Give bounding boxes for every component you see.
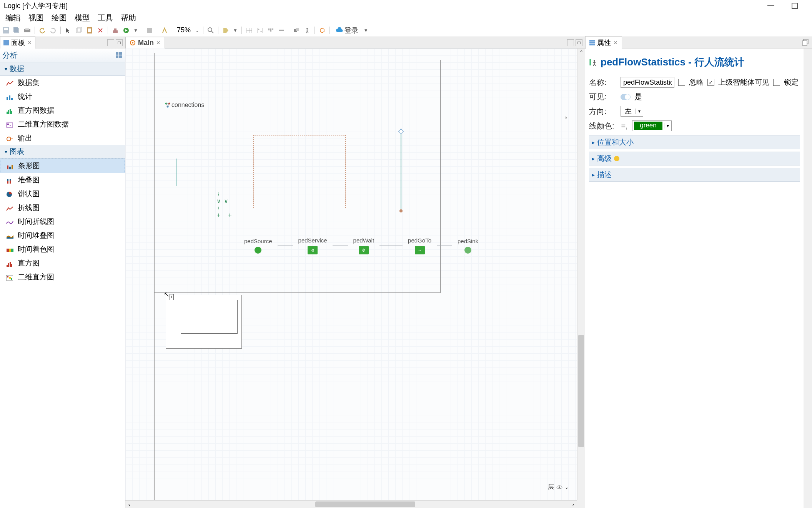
restore-panel-button[interactable] bbox=[802, 39, 810, 47]
build-icon[interactable] bbox=[111, 26, 120, 35]
undo-icon[interactable] bbox=[38, 26, 47, 35]
highlight-icon[interactable] bbox=[160, 26, 169, 35]
visible-to-parent-checkbox[interactable] bbox=[707, 79, 714, 86]
palette-item-histogram[interactable]: 直方图 bbox=[0, 256, 125, 270]
palette-tab[interactable]: 面板 ✕ bbox=[0, 36, 35, 49]
run-icon[interactable] bbox=[122, 26, 130, 35]
ignore-checkbox[interactable] bbox=[678, 79, 685, 86]
pointer-icon[interactable] bbox=[64, 26, 72, 35]
visible-to-parent-label: 上级智能体可见 bbox=[718, 77, 769, 87]
front-icon[interactable] bbox=[292, 26, 301, 35]
stop-icon[interactable] bbox=[145, 26, 154, 35]
palette-item-time-color[interactable]: 时间着色图 bbox=[0, 242, 125, 256]
palette-item-line-chart[interactable]: 折线图 bbox=[0, 201, 125, 215]
properties-scrollbar[interactable] bbox=[804, 48, 812, 508]
service-markup[interactable]: ⸽ ⸽ ∨ ∨ ⸽ ⸽ + + bbox=[217, 191, 232, 219]
static-value-icon[interactable]: =, bbox=[621, 122, 628, 130]
target-line-1[interactable] bbox=[176, 159, 176, 186]
maximize-editor-button[interactable]: □ bbox=[576, 39, 582, 46]
editor-canvas[interactable]: connections ⸽ ⸽ ∨ ∨ ⸽ ⸽ + + pedSource pe… bbox=[125, 48, 577, 500]
tag-dropdown-icon[interactable]: ▼ bbox=[232, 28, 238, 33]
palette-item-statistics[interactable]: 统计 bbox=[0, 90, 125, 104]
print-icon[interactable] bbox=[23, 26, 32, 35]
palette-menu-icon[interactable] bbox=[116, 52, 123, 59]
palette-item-stack-chart[interactable]: 堆叠图 bbox=[0, 173, 125, 187]
palette-item-output[interactable]: 输出 bbox=[0, 131, 125, 145]
menu-tools[interactable]: 工具 bbox=[94, 11, 117, 25]
block-pedservice[interactable]: pedService ⚙ bbox=[298, 237, 327, 254]
window-minimize-button[interactable] bbox=[765, 2, 777, 10]
search-icon[interactable] bbox=[206, 26, 215, 35]
save-icon[interactable] bbox=[2, 26, 10, 35]
run-dropdown-icon[interactable]: ▼ bbox=[133, 28, 139, 33]
block-pedwait[interactable]: pedWait ⏱ bbox=[353, 237, 374, 254]
editor-horizontal-scrollbar[interactable]: ‹› bbox=[125, 500, 577, 508]
layer-indicator[interactable]: 层 ⌄ bbox=[548, 483, 569, 491]
login-dropdown-icon[interactable]: ▼ bbox=[363, 28, 369, 33]
properties-tab[interactable]: 属性 ✕ bbox=[585, 36, 622, 49]
palette-item-pie-chart[interactable]: 饼状图 bbox=[0, 187, 125, 201]
editor-vertical-scrollbar[interactable]: ⌃ bbox=[577, 48, 585, 500]
block-pedgoto[interactable]: pedGoTo → bbox=[408, 237, 431, 254]
palette-item-hist2d-data[interactable]: 二维直方图数据 bbox=[0, 117, 125, 131]
align-vertical-icon[interactable] bbox=[277, 26, 286, 35]
palette-group-charts[interactable]: ▾图表 bbox=[0, 145, 125, 159]
snap-icon[interactable] bbox=[256, 26, 264, 35]
palette-header[interactable]: 分析 bbox=[0, 48, 125, 62]
block-pedsource[interactable]: pedSource bbox=[244, 238, 272, 254]
close-icon[interactable]: ✕ bbox=[27, 40, 32, 46]
menu-view[interactable]: 视图 bbox=[25, 11, 48, 25]
menu-model[interactable]: 模型 bbox=[71, 11, 94, 25]
svg-rect-43 bbox=[10, 109, 11, 114]
menu-bar: 编辑 视图 绘图 模型 工具 帮助 bbox=[0, 12, 812, 24]
direction-select[interactable]: 左▾ bbox=[621, 106, 643, 117]
minimize-panel-button[interactable]: – bbox=[107, 39, 114, 46]
block-pedsink[interactable]: pedSink bbox=[458, 238, 478, 254]
menu-edit[interactable]: 编辑 bbox=[2, 11, 25, 25]
line-color-label: 线颜色: bbox=[589, 121, 617, 131]
save-all-icon[interactable] bbox=[12, 26, 21, 35]
close-icon[interactable]: ✕ bbox=[613, 40, 618, 46]
close-icon[interactable]: ✕ bbox=[156, 40, 161, 46]
svg-point-32 bbox=[306, 28, 308, 29]
redo-icon[interactable] bbox=[49, 26, 57, 35]
tag-icon[interactable] bbox=[221, 26, 230, 35]
align-horizontal-icon[interactable] bbox=[266, 26, 275, 35]
section-description[interactable]: ▸描述 bbox=[589, 168, 800, 182]
visible-toggle[interactable] bbox=[621, 94, 631, 100]
ped-flow-statistics-line[interactable] bbox=[401, 132, 401, 209]
line-color-select[interactable]: green▾ bbox=[632, 120, 672, 131]
grid-icon[interactable] bbox=[245, 26, 253, 35]
palette-item-dataset[interactable]: 数据集 bbox=[0, 76, 125, 90]
minimize-editor-button[interactable]: – bbox=[567, 39, 574, 46]
window-maximize-button[interactable] bbox=[789, 2, 800, 10]
flow-stat-handle-bottom[interactable] bbox=[399, 209, 403, 212]
palette-item-time-line[interactable]: 时间折线图 bbox=[0, 215, 125, 229]
palette-item-hist-data[interactable]: 直方图数据 bbox=[0, 104, 125, 117]
name-input[interactable] bbox=[621, 77, 674, 88]
3d-icon[interactable] bbox=[318, 26, 326, 35]
space-markup-rect[interactable] bbox=[253, 135, 346, 208]
bar-chart-drag-preview[interactable] bbox=[166, 295, 242, 349]
menu-help[interactable]: 帮助 bbox=[117, 11, 140, 25]
paste-icon[interactable] bbox=[85, 26, 94, 35]
menu-draw[interactable]: 绘图 bbox=[48, 11, 71, 25]
palette-group-data[interactable]: ▾数据 bbox=[0, 62, 125, 76]
delete-icon[interactable] bbox=[96, 26, 105, 35]
login-button[interactable]: 登录 bbox=[333, 26, 361, 35]
editor-tab-main[interactable]: Main ✕ bbox=[125, 37, 165, 48]
eye-icon bbox=[556, 485, 562, 490]
section-position-size[interactable]: ▸位置和大小 bbox=[589, 135, 800, 149]
connections-label[interactable]: connections bbox=[171, 102, 204, 109]
palette-item-histogram2d[interactable]: 二维直方图 bbox=[0, 270, 125, 284]
lock-checkbox[interactable] bbox=[773, 79, 780, 86]
zoom-level[interactable]: 75% bbox=[175, 26, 192, 34]
visible-label: 可见: bbox=[589, 92, 617, 102]
palette-item-bar-chart[interactable]: 条形图 bbox=[0, 159, 125, 173]
maximize-panel-button[interactable]: □ bbox=[116, 39, 123, 46]
section-advanced[interactable]: ▸高级 bbox=[589, 152, 800, 165]
zoom-dropdown-icon[interactable]: ⌄ bbox=[195, 28, 200, 33]
palette-item-time-stack[interactable]: 时间堆叠图 bbox=[0, 229, 125, 242]
pedestrian-icon[interactable] bbox=[303, 26, 311, 35]
copy-icon[interactable] bbox=[75, 26, 83, 35]
